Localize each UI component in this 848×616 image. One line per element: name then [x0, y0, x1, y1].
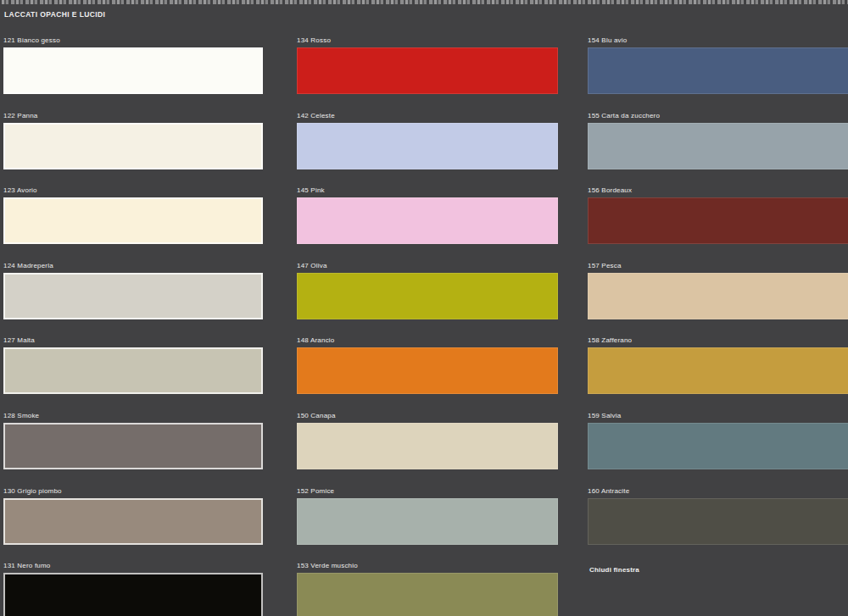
swatch-row: 158 Zafferano	[588, 336, 848, 411]
swatch-row: 156 Bordeaux	[588, 186, 848, 261]
swatch-row: 127 Malta	[3, 336, 263, 411]
swatch-row: 134 Rosso	[297, 36, 558, 111]
swatch-label: 142 Celeste	[297, 111, 558, 121]
page-title: LACCATI OPACHI E LUCIDI	[4, 10, 105, 19]
swatch-column-middle: 134 Rosso142 Celeste145 Pink147 Oliva148…	[297, 36, 558, 616]
swatch-row: 148 Arancio	[297, 336, 558, 411]
swatch-row: 145 Pink	[297, 186, 558, 261]
swatch-row: 142 Celeste	[297, 111, 558, 186]
swatch-label: 150 Canapa	[297, 411, 558, 421]
swatch-row: 122 Panna	[3, 111, 263, 186]
color-swatch	[297, 197, 558, 244]
swatch-label: 159 Salvia	[588, 411, 848, 421]
color-swatch	[588, 273, 848, 319]
color-swatch	[297, 423, 558, 469]
swatch-label: 122 Panna	[3, 111, 263, 121]
swatch-label: 128 Smoke	[3, 411, 263, 421]
swatch-row: 123 Avorio	[3, 186, 263, 261]
swatch-row: 152 Pomice	[297, 486, 558, 562]
color-swatch	[588, 498, 848, 545]
color-swatch	[297, 47, 558, 94]
swatch-label: 153 Verde muschio	[297, 561, 558, 571]
swatch-row: 157 Pesca	[588, 261, 848, 336]
swatch-row: 159 Salvia	[588, 411, 848, 486]
swatch-label: 121 Bianco gesso	[3, 36, 263, 46]
swatch-row: 160 Antracite	[588, 486, 848, 562]
color-swatch	[3, 573, 263, 616]
color-swatch	[3, 423, 263, 469]
swatch-label: 157 Pesca	[588, 261, 848, 271]
swatch-row: 128 Smoke	[3, 411, 263, 486]
swatch-label: 123 Avorio	[3, 186, 263, 196]
color-swatch	[588, 123, 848, 169]
swatch-label: 152 Pomice	[297, 486, 558, 497]
swatch-label: 154 Blu avio	[588, 36, 848, 46]
swatch-row: 155 Carta da zucchero	[588, 111, 848, 186]
swatch-label: 158 Zafferano	[588, 336, 848, 346]
swatch-row: 124 Madreperla	[3, 261, 263, 336]
swatch-label: 131 Nero fumo	[3, 561, 263, 571]
swatch-label: 134 Rosso	[297, 36, 558, 46]
swatch-label: 127 Malta	[3, 336, 263, 346]
color-swatch	[588, 423, 848, 469]
color-swatch	[3, 347, 263, 394]
color-swatch	[3, 273, 263, 319]
color-swatch	[3, 47, 263, 94]
swatch-label: 147 Oliva	[297, 261, 558, 271]
color-swatch	[3, 197, 263, 244]
swatch-label: 160 Antracite	[588, 486, 848, 497]
color-swatch	[588, 347, 848, 394]
swatch-label: 155 Carta da zucchero	[588, 111, 848, 121]
swatch-row: 131 Nero fumo	[3, 561, 263, 616]
swatch-column-left: 121 Bianco gesso122 Panna123 Avorio124 M…	[3, 36, 263, 616]
swatch-row: 147 Oliva	[297, 261, 558, 336]
color-swatch	[588, 197, 848, 244]
swatch-label: 145 Pink	[297, 186, 558, 196]
swatch-row: 154 Blu avio	[588, 36, 848, 111]
swatch-label: 148 Arancio	[297, 336, 558, 346]
color-swatch	[297, 498, 558, 545]
swatch-column-right: 154 Blu avio155 Carta da zucchero156 Bor…	[588, 36, 848, 561]
swatch-row: 150 Canapa	[297, 411, 558, 486]
clipped-text-line	[2, 0, 848, 4]
swatch-label: 124 Madreperla	[3, 261, 263, 271]
swatch-row: 130 Grigio piombo	[3, 486, 263, 562]
color-swatch	[588, 47, 848, 94]
swatch-label: 156 Bordeaux	[588, 186, 848, 196]
swatch-row: 153 Verde muschio	[297, 561, 558, 616]
color-swatch	[297, 573, 558, 616]
swatch-row: 121 Bianco gesso	[3, 36, 263, 111]
color-swatch	[3, 498, 263, 545]
color-swatch	[3, 123, 263, 169]
swatch-label: 130 Grigio piombo	[3, 486, 263, 497]
close-window-link[interactable]: Chiudi finestra	[589, 566, 639, 574]
color-swatch	[297, 123, 558, 169]
color-swatch	[297, 347, 558, 394]
color-swatch	[297, 273, 558, 319]
